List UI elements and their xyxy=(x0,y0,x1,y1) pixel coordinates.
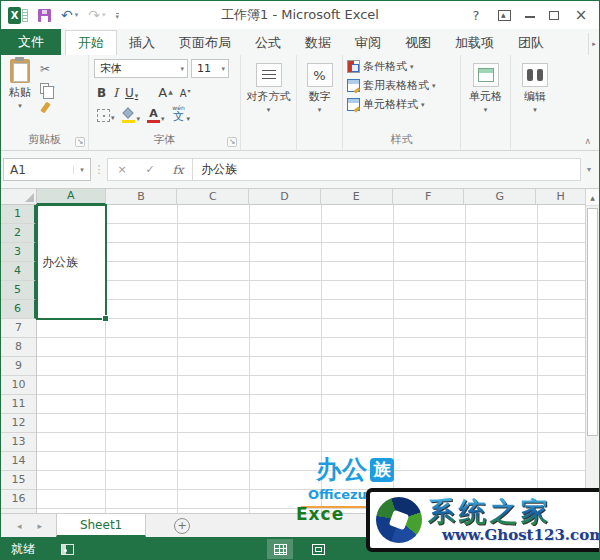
select-all-button[interactable] xyxy=(1,189,37,205)
row-header-12[interactable]: 12 xyxy=(1,414,36,433)
row-header-2[interactable]: 2 xyxy=(1,224,36,243)
row-header-9[interactable]: 9 xyxy=(1,357,36,376)
format-as-table-dropdown-icon[interactable]: ▾ xyxy=(432,82,436,90)
row-header-10[interactable]: 10 xyxy=(1,376,36,395)
cell-styles-button[interactable]: 单元格样式 ▾ xyxy=(347,97,460,112)
row-header-15[interactable]: 15 xyxy=(1,471,36,490)
borders-dropdown-icon[interactable]: ▾ xyxy=(111,114,115,122)
column-header-g[interactable]: G xyxy=(464,189,536,205)
font-name-combobox[interactable]: 宋体▾ xyxy=(94,59,188,78)
alignment-dropdown-icon[interactable]: ▾ xyxy=(267,106,271,114)
row-header-13[interactable]: 13 xyxy=(1,433,36,452)
row-header-6[interactable]: 6 xyxy=(1,300,36,319)
formula-bar-expand-icon[interactable]: ▾ xyxy=(581,165,597,174)
borders-button[interactable]: ▾ xyxy=(97,109,115,122)
scroll-up-icon[interactable]: ▲ xyxy=(586,189,599,206)
format-as-table-button[interactable]: 套用表格格式 ▾ xyxy=(347,78,460,93)
tab-addins[interactable]: 加载项 xyxy=(443,30,506,55)
insert-function-button[interactable]: fx xyxy=(164,163,192,177)
copy-button[interactable]: ▾ xyxy=(40,80,55,96)
tab-home[interactable]: 开始 xyxy=(65,30,117,55)
vertical-scrollbar-thumb[interactable] xyxy=(587,208,598,436)
cells-dropdown-icon[interactable]: ▾ xyxy=(484,106,488,114)
editing-dropdown-icon[interactable]: ▾ xyxy=(533,106,537,114)
page-layout-view-button[interactable] xyxy=(305,539,331,559)
formula-input[interactable]: 办公族 xyxy=(193,158,581,181)
format-painter-button[interactable] xyxy=(40,99,55,115)
increase-font-button[interactable]: A▲ xyxy=(158,85,173,100)
help-button[interactable]: ? xyxy=(468,8,484,23)
row-header-11[interactable]: 11 xyxy=(1,395,36,414)
font-dialog-launcher[interactable]: ↘ xyxy=(227,137,237,147)
fill-color-button[interactable]: ▾ xyxy=(122,109,141,123)
column-header-b[interactable]: B xyxy=(106,189,178,205)
ribbon-display-options-button[interactable] xyxy=(498,10,511,21)
row-header-3[interactable]: 3 xyxy=(1,243,36,262)
macro-record-icon[interactable] xyxy=(61,544,74,555)
minimize-button[interactable] xyxy=(525,8,535,18)
number-button[interactable]: % 数字 ▾ xyxy=(297,59,342,114)
column-header-h[interactable]: H xyxy=(536,189,585,205)
maximize-button[interactable] xyxy=(549,11,559,20)
tab-data[interactable]: 数据 xyxy=(293,30,343,55)
editing-button[interactable]: 编辑 ▾ xyxy=(511,59,559,114)
column-header-d[interactable]: D xyxy=(249,189,321,205)
customize-qat-button[interactable]: ▾ xyxy=(116,13,120,21)
sheet-nav-left-icon[interactable]: ◂ xyxy=(17,521,22,531)
undo-dropdown-icon[interactable]: ▾ xyxy=(75,11,79,19)
font-size-dropdown-icon[interactable]: ▾ xyxy=(221,65,225,73)
fill-color-dropdown-icon[interactable]: ▾ xyxy=(137,115,141,123)
phonetic-dropdown-icon[interactable]: ▾ xyxy=(187,115,191,123)
font-color-dropdown-icon[interactable]: ▾ xyxy=(161,115,165,123)
cancel-entry-button[interactable]: × xyxy=(108,163,136,176)
underline-dropdown-icon[interactable]: ▾ xyxy=(135,92,139,100)
new-sheet-button[interactable]: + xyxy=(174,518,190,534)
column-header-f[interactable]: F xyxy=(393,189,465,205)
font-size-combobox[interactable]: 11▾ xyxy=(191,59,229,78)
tab-scroll-right-icon[interactable]: ▸ xyxy=(588,33,599,55)
row-header-8[interactable]: 8 xyxy=(1,338,36,357)
row-header-4[interactable]: 4 xyxy=(1,262,36,281)
phonetic-guide-button[interactable]: wén文▾ xyxy=(172,108,191,123)
name-box[interactable]: A1 ▾ xyxy=(3,158,91,181)
tab-insert[interactable]: 插入 xyxy=(117,30,167,55)
row-header-5[interactable]: 5 xyxy=(1,281,36,300)
column-header-e[interactable]: E xyxy=(321,189,393,205)
normal-view-button[interactable] xyxy=(267,539,293,559)
redo-button[interactable]: ↷▾ xyxy=(88,7,105,23)
tab-view[interactable]: 视图 xyxy=(393,30,443,55)
italic-button[interactable]: I xyxy=(113,86,118,100)
tab-formulas[interactable]: 公式 xyxy=(243,30,293,55)
column-header-a[interactable]: A xyxy=(37,189,106,205)
conditional-formatting-button[interactable]: 条件格式 ▾ xyxy=(347,59,460,74)
underline-button[interactable]: U▾ xyxy=(125,86,138,100)
font-color-button[interactable]: A▾ xyxy=(147,109,165,123)
cell-styles-dropdown-icon[interactable]: ▾ xyxy=(421,101,425,109)
save-button[interactable] xyxy=(38,9,51,22)
excel-app-icon[interactable]: X xyxy=(8,7,28,24)
decrease-font-button[interactable]: A▾ xyxy=(180,87,191,99)
collapse-ribbon-icon[interactable]: ∧ xyxy=(584,136,591,146)
name-box-dropdown-icon[interactable]: ▾ xyxy=(73,166,90,174)
sheet-nav-right-icon[interactable]: ▸ xyxy=(38,521,43,531)
vertical-scrollbar[interactable]: ▲ xyxy=(585,189,599,513)
fill-handle[interactable] xyxy=(102,315,109,322)
tab-review[interactable]: 审阅 xyxy=(343,30,393,55)
bold-button[interactable]: B xyxy=(97,86,106,100)
tab-file[interactable]: 文件 xyxy=(1,29,61,55)
alignment-button[interactable]: 对齐方式 ▾ xyxy=(241,59,296,114)
confirm-entry-button[interactable]: ✓ xyxy=(136,163,164,176)
font-name-dropdown-icon[interactable]: ▾ xyxy=(180,65,184,73)
undo-button[interactable]: ↶▾ xyxy=(61,7,78,23)
paste-dropdown-icon[interactable]: ▾ xyxy=(18,102,22,110)
clipboard-dialog-launcher[interactable]: ↘ xyxy=(75,137,85,147)
row-header-7[interactable]: 7 xyxy=(1,319,36,338)
number-dropdown-icon[interactable]: ▾ xyxy=(318,106,322,114)
close-button[interactable]: × xyxy=(573,6,589,24)
selected-merged-cell-a1[interactable]: 办公族 xyxy=(36,204,107,320)
sheet-tab-sheet1[interactable]: Sheet1 xyxy=(56,514,146,537)
cells-button[interactable]: 单元格 ▾ xyxy=(461,59,510,114)
tab-team[interactable]: 团队 xyxy=(506,30,556,55)
row-header-14[interactable]: 14 xyxy=(1,452,36,471)
row-header-1[interactable]: 1 xyxy=(1,205,36,224)
